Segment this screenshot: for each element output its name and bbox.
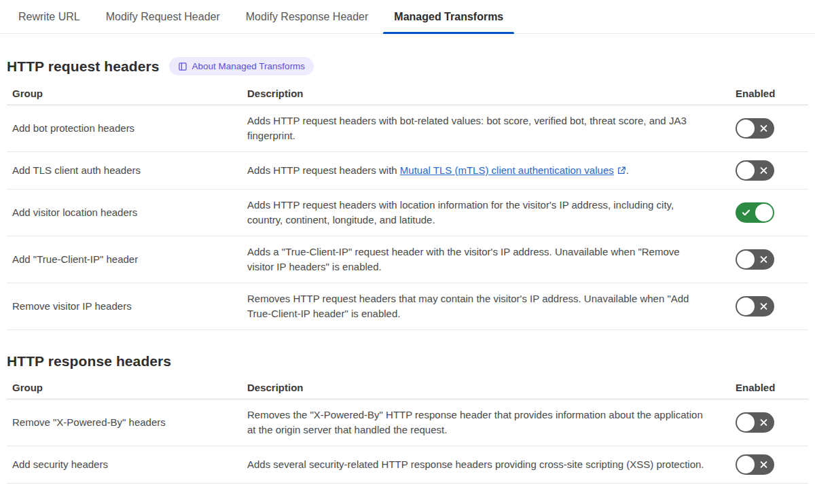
group-cell: Add TLS client auth headers: [7, 164, 247, 177]
toggle-add-true-client-ip-header[interactable]: [736, 249, 774, 270]
request-headers-title: HTTP request headers: [7, 58, 160, 75]
book-icon: [178, 62, 187, 71]
group-cell: Add visitor location headers: [7, 206, 247, 219]
toggle-knob: [737, 456, 755, 473]
toggle-knob: [737, 120, 755, 137]
group-cell: Remove visitor IP headers: [7, 300, 247, 313]
request-headers-table-body: Add bot protection headers Adds HTTP req…: [7, 105, 808, 330]
enabled-cell: [736, 160, 808, 181]
tab-bar: Rewrite URLModify Request HeaderModify R…: [0, 0, 815, 34]
column-header-group: Group: [7, 382, 247, 393]
response-headers-title: HTTP response headers: [7, 353, 171, 370]
request-headers-table: Group Description Enabled Add bot protec…: [7, 84, 808, 330]
x-icon: [759, 166, 768, 175]
column-header-group: Group: [7, 88, 247, 99]
toggle-knob: [737, 162, 755, 179]
group-cell: Add "True-Client-IP" header: [7, 253, 247, 266]
column-header-description: Description: [247, 382, 736, 393]
x-icon: [759, 418, 768, 427]
managed-transforms-page: HTTP request headers About Managed Trans…: [0, 57, 815, 484]
about-managed-transforms-badge[interactable]: About Managed Transforms: [169, 57, 314, 75]
toggle-knob: [737, 298, 755, 315]
tab-modify-response-header[interactable]: Modify Response Header: [235, 0, 380, 33]
table-row: Add "True-Client-IP" header Adds a "True…: [7, 236, 808, 283]
response-headers-table-body: Remove "X-Powered-By" headers Removes th…: [7, 399, 808, 484]
x-icon: [759, 124, 768, 133]
tab-rewrite-url[interactable]: Rewrite URL: [7, 0, 91, 33]
column-header-description: Description: [247, 88, 736, 99]
response-headers-section-head: HTTP response headers: [7, 353, 808, 370]
description-cell: Adds HTTP request headers with bot-relat…: [247, 113, 736, 143]
table-row: Add bot protection headers Adds HTTP req…: [7, 105, 808, 152]
column-header-enabled: Enabled: [736, 88, 808, 99]
table-header-row: Group Description Enabled: [7, 378, 808, 399]
group-cell: Remove "X-Powered-By" headers: [7, 416, 247, 429]
description-cell: Removes HTTP request headers that may co…: [247, 291, 736, 321]
enabled-cell: [736, 412, 808, 433]
enabled-cell: [736, 454, 808, 475]
column-header-enabled: Enabled: [736, 382, 808, 393]
toggle-add-bot-protection-headers[interactable]: [736, 118, 774, 139]
description-cell: Adds a "True-Client-IP" request header w…: [247, 245, 736, 274]
badge-label: About Managed Transforms: [192, 61, 306, 71]
description-cell: Adds several security-related HTTP respo…: [247, 457, 736, 472]
x-icon: [759, 302, 768, 311]
table-header-row: Group Description Enabled: [7, 84, 808, 105]
toggle-remove-x-powered-by-headers[interactable]: [736, 412, 774, 433]
x-icon: [759, 255, 768, 264]
enabled-cell: [736, 296, 808, 317]
group-cell: Add bot protection headers: [7, 122, 247, 135]
enabled-cell: [736, 202, 808, 223]
group-cell: Add security headers: [7, 458, 247, 471]
response-headers-table: Group Description Enabled Remove "X-Powe…: [7, 378, 808, 484]
toggle-add-visitor-location-headers[interactable]: [736, 202, 774, 223]
description-cell: Adds HTTP request headers with Mutual TL…: [247, 163, 736, 178]
description-cell: Adds HTTP request headers with location …: [247, 198, 736, 228]
toggle-add-tls-client-auth-headers[interactable]: [736, 160, 774, 181]
check-icon: [742, 209, 750, 217]
enabled-cell: [736, 249, 808, 270]
mutual-tls-mtls-client-authentication-values-link[interactable]: Mutual TLS (mTLS) client authentication …: [400, 164, 614, 176]
enabled-cell: [736, 118, 808, 139]
tab-modify-request-header[interactable]: Modify Request Header: [95, 0, 231, 33]
toggle-knob: [737, 251, 755, 268]
tab-managed-transforms[interactable]: Managed Transforms: [383, 0, 514, 33]
table-row: Remove "X-Powered-By" headers Removes th…: [7, 399, 808, 446]
description-cell: Removes the "X-Powered-By" HTTP response…: [247, 408, 736, 437]
external-link-icon: [617, 166, 626, 175]
x-icon: [759, 461, 768, 469]
toggle-add-security-headers[interactable]: [736, 454, 774, 475]
toggle-knob: [755, 204, 773, 221]
table-row: Remove visitor IP headers Removes HTTP r…: [7, 283, 808, 330]
toggle-remove-visitor-ip-headers[interactable]: [736, 296, 774, 317]
table-row: Add TLS client auth headers Adds HTTP re…: [7, 152, 808, 190]
toggle-knob: [737, 414, 755, 431]
request-headers-section-head: HTTP request headers About Managed Trans…: [7, 57, 808, 75]
table-row: Add visitor location headers Adds HTTP r…: [7, 190, 808, 236]
table-row: Add security headers Adds several securi…: [7, 446, 808, 484]
